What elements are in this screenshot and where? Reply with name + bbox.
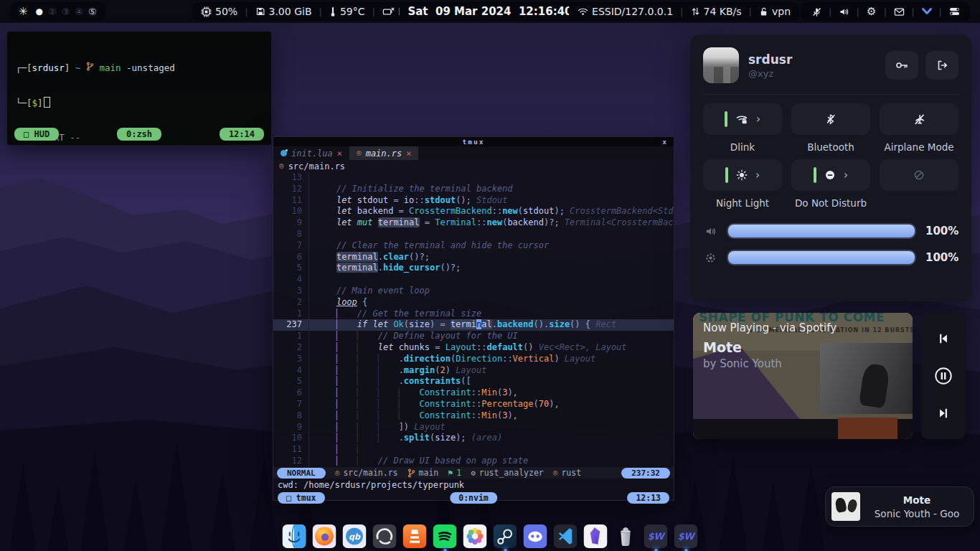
gear-icon[interactable]: ⚙: [864, 4, 879, 19]
terminal-window[interactable]: ┌─[srdusr] ~ main -unstaged └─[$] -- INS…: [7, 32, 271, 145]
code-line: 10 let backend = CrosstermBackend::new(s…: [273, 206, 674, 217]
mail-icon[interactable]: [892, 4, 906, 19]
line-number: 6: [273, 387, 309, 399]
code-line: 7 ▏ ▏ ▏ ▏ Constraint::Percentage(70),: [273, 399, 674, 410]
tab-main.rs[interactable]: ®main.rs×: [349, 146, 418, 160]
next-button[interactable]: [931, 401, 956, 425]
chevron-down-icon[interactable]: [920, 4, 934, 19]
dock-app-sw-app-2[interactable]: $W: [674, 524, 698, 548]
code-area[interactable]: 1312 // Initialize the terminal backend1…: [273, 172, 674, 467]
dock-app-obs[interactable]: [373, 524, 397, 548]
logout-button[interactable]: [925, 51, 958, 80]
previous-button[interactable]: [931, 326, 956, 351]
rust-file-icon: ®: [279, 161, 284, 171]
volume-value: 100%: [925, 225, 958, 237]
statusline: NORMAL ®src/main.rsmain⚑1⚙rust_analyzer®…: [273, 467, 674, 479]
dock-app-vlc[interactable]: [403, 524, 427, 548]
line-number: 10: [273, 433, 309, 444]
quick-setting-unavailable[interactable]: [880, 159, 958, 191]
dock-app-label: $W: [674, 524, 698, 548]
chevron-right-icon[interactable]: ›: [755, 169, 760, 181]
launcher-icon[interactable]: ✳: [19, 5, 28, 18]
workspace-5[interactable]: ⑤: [88, 6, 97, 17]
line-number: 12: [273, 456, 309, 467]
now-playing-card[interactable]: SHAPE OF PUNK TO COME A CHIMERICAL BOMBI…: [693, 313, 913, 439]
code-line: 5 ▏ ▏ ▏ .constraints([: [273, 376, 674, 387]
line-number: 3: [273, 354, 309, 365]
enabled-indicator: [725, 111, 727, 127]
quick-setting-night-light[interactable]: ›: [703, 159, 782, 191]
quick-setting-label: Dlink: [730, 135, 755, 159]
pause-button[interactable]: [931, 364, 956, 388]
notification-body: Sonic Youth - Goo: [866, 508, 968, 519]
statusline-src/main.rs: ®src/main.rs: [335, 468, 398, 478]
toggles-icon[interactable]: [947, 4, 961, 19]
dock-app-obsidian[interactable]: [584, 524, 608, 548]
tab-close-icon[interactable]: ×: [406, 149, 411, 159]
line-number: 12: [273, 184, 309, 195]
key-icon: [895, 60, 908, 70]
speaker-icon[interactable]: [837, 4, 851, 19]
tree-silhouette: [10, 463, 36, 551]
dock-app-sw-app-1[interactable]: $W: [644, 524, 668, 548]
shell-prompt-line2: └─[$]: [16, 97, 263, 109]
tmux-window-pill[interactable]: 0:zsh: [117, 128, 161, 141]
tmux-session-pill[interactable]: □ HUD: [14, 128, 59, 141]
previous-icon: [937, 332, 950, 345]
line-number: 3: [273, 286, 309, 297]
line-number: 6: [273, 252, 309, 263]
workspace-3[interactable]: ③: [62, 6, 70, 17]
dock-app-steam[interactable]: [494, 524, 517, 548]
quick-setting-dlink[interactable]: ›: [703, 103, 782, 135]
quick-setting-airplane-mode[interactable]: [880, 103, 958, 135]
volume-slider[interactable]: [727, 223, 916, 239]
notification-toast[interactable]: Mote Sonic Youth - Goo: [825, 486, 974, 527]
tab-label: main.rs: [366, 149, 402, 159]
code-line: 1 ▏ ▏ // Define layout for the UI: [273, 331, 674, 342]
dock: qb$W$W: [283, 524, 698, 548]
tmux-clock-pill: 12:13: [627, 492, 669, 504]
workspace-1[interactable]: ●: [36, 6, 43, 17]
quick-setting-bluetooth[interactable]: [791, 103, 870, 135]
code-line: 4: [273, 274, 674, 286]
brightness-slider[interactable]: [727, 250, 916, 265]
wifi-value: ESSID/127.0.0.1: [592, 6, 673, 17]
dock-app-qbittorrent[interactable]: qb: [343, 524, 367, 548]
dock-app-discord[interactable]: [524, 524, 547, 548]
workspace-4[interactable]: ④: [75, 6, 83, 17]
dock-app-photos[interactable]: [463, 524, 487, 548]
shell-prompt-line1: ┌─[srdusr] ~ main -unstaged: [16, 62, 263, 74]
divider: |: [855, 6, 859, 17]
tmux-session-pill[interactable]: □ tmux: [278, 492, 325, 504]
notification-title: Mote: [866, 494, 968, 506]
editor-window[interactable]: tmux x init.lua×®main.rs× ® src/main.rs …: [273, 136, 674, 501]
keys-button[interactable]: [885, 51, 918, 80]
battery-x-icon: [382, 6, 395, 17]
quick-setting-do-not-disturb[interactable]: ›: [791, 159, 870, 191]
code-line: 9 let mut terminal = Terminal::new(backe…: [273, 217, 674, 229]
chevron-down-icon: [921, 7, 933, 16]
line-number: 13: [273, 172, 309, 184]
memory-value: 3.00 GiB: [269, 6, 312, 17]
chevron-right-icon[interactable]: ›: [844, 169, 848, 181]
media-controls: [921, 313, 966, 439]
dock-app-vscode[interactable]: [554, 524, 578, 548]
dock-app-trash[interactable]: [614, 524, 638, 548]
mail-icon: [894, 7, 905, 17]
chevron-right-icon[interactable]: ›: [756, 113, 760, 125]
control-center-panel: srdusr @xyz ›DlinkBluetoothAirplane Mode…: [690, 34, 971, 301]
dock-app-spotify[interactable]: [433, 524, 457, 548]
mic-muted-icon: [811, 6, 822, 17]
minus-circle-icon: [824, 169, 836, 181]
close-icon[interactable]: x: [662, 138, 666, 146]
tree-silhouette: [719, 456, 748, 551]
volume-slider-row: 100%: [703, 220, 958, 242]
mic-muted-icon[interactable]: [809, 4, 824, 19]
tab-init.lua[interactable]: init.lua×: [273, 146, 349, 160]
quick-settings-grid: ›DlinkBluetoothAirplane Mode›Night Light…: [703, 103, 958, 215]
dock-app-firefox[interactable]: [313, 524, 336, 548]
tmux-window-pill[interactable]: 0:nvim: [450, 492, 497, 504]
workspace-2[interactable]: ②: [48, 6, 57, 17]
tab-close-icon[interactable]: ×: [337, 149, 342, 159]
dock-app-finder[interactable]: [283, 524, 306, 548]
